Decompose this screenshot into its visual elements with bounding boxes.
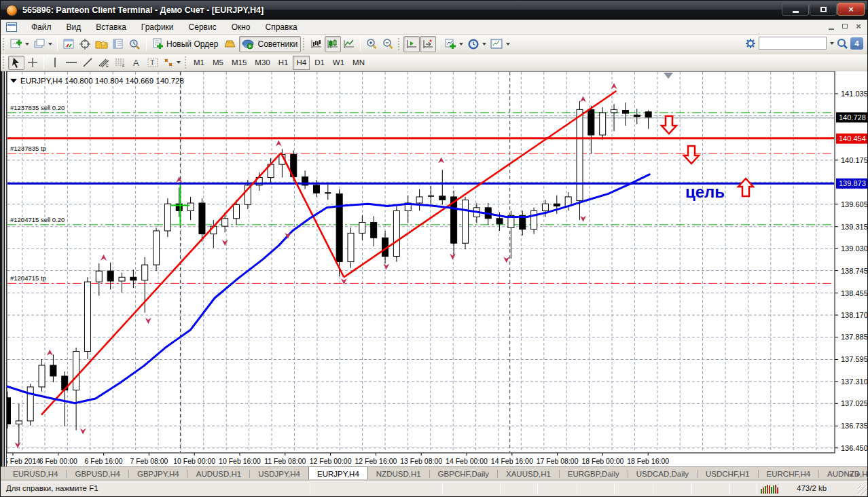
strategy-tester-button[interactable] xyxy=(126,36,143,52)
maximize-button[interactable] xyxy=(810,3,837,16)
crosshair-tool-button[interactable] xyxy=(24,56,41,70)
tab-EURGBP-Daily[interactable]: EURGBP,Daily xyxy=(560,468,628,481)
timeframe-M5[interactable]: M5 xyxy=(209,56,227,70)
status-help-text: Для справки, нажмите F1 xyxy=(6,484,98,492)
timeframe-MN[interactable]: MN xyxy=(349,56,368,70)
menu-Вставка[interactable]: Вставка xyxy=(88,20,134,34)
chart-dropdown-icon[interactable] xyxy=(10,79,17,83)
price-axis-label: 139.030 xyxy=(841,244,868,253)
tab-GBPJPY-H4[interactable]: GBPJPY,H4 xyxy=(129,468,187,481)
text-label-tool-button[interactable]: T xyxy=(145,56,161,70)
favorites-button[interactable] xyxy=(93,36,110,52)
timeframe-W1[interactable]: W1 xyxy=(329,56,348,70)
notifications-badge[interactable]: 4 xyxy=(850,37,863,50)
new-order-button[interactable]: Новый Ордер xyxy=(149,36,221,52)
search-icon[interactable] xyxy=(836,37,848,50)
price-chart[interactable]: 141.035140.728140.454140.175139.873139.6… xyxy=(1,71,868,466)
status-separator xyxy=(757,483,757,494)
chart-area[interactable]: 141.035140.728140.454140.175139.873139.6… xyxy=(1,71,868,466)
fibonacci-tool-button[interactable]: F xyxy=(112,56,128,70)
title-bar[interactable]: 565896: Panteon Client Terminal - Демо С… xyxy=(1,1,868,20)
price-axis-label: 139.605 xyxy=(841,200,868,208)
arrow-objects-icon xyxy=(163,57,174,68)
bar-chart-icon xyxy=(310,38,323,50)
tab-AUDUSD-H1[interactable]: AUDUSD,H1 xyxy=(188,468,249,481)
horizontal-line-icon xyxy=(65,57,77,68)
search-input[interactable] xyxy=(759,37,827,50)
timeframe-H1[interactable]: H1 xyxy=(275,56,292,70)
minimize-button[interactable] xyxy=(782,3,809,16)
candlestick-chart-type-button[interactable] xyxy=(325,36,341,52)
toolbar-grip[interactable] xyxy=(185,56,188,69)
child-minimize-button[interactable] xyxy=(827,22,836,31)
candle xyxy=(542,204,548,210)
timeframe-M30[interactable]: M30 xyxy=(251,56,273,70)
chart-shift-button[interactable] xyxy=(420,36,436,52)
tab-USDCAD-Daily[interactable]: USDCAD,Daily xyxy=(628,468,697,481)
expert-advisors-button[interactable]: Советники xyxy=(239,36,301,52)
menu-Сервис[interactable]: Сервис xyxy=(181,20,224,34)
timeframe-M15[interactable]: M15 xyxy=(228,56,250,70)
channel-tool-button[interactable]: E xyxy=(96,56,112,70)
menu-Файл[interactable]: Файл xyxy=(24,20,59,34)
toolbar-grip[interactable] xyxy=(303,38,306,50)
tab-GBPUSD-H4[interactable]: GBPUSD,H4 xyxy=(67,468,128,481)
status-separator xyxy=(537,483,538,494)
tab-GBPCHF-Daily[interactable]: GBPCHF,Daily xyxy=(430,468,497,481)
candle xyxy=(142,265,148,280)
bar-chart-type-button[interactable] xyxy=(308,36,325,52)
menu-Графики[interactable]: Графики xyxy=(134,20,181,34)
menu-Вид[interactable]: Вид xyxy=(59,20,89,34)
market-watch-button[interactable] xyxy=(60,36,77,52)
arrows-tool-button[interactable] xyxy=(161,56,183,70)
child-close-button[interactable]: × xyxy=(854,22,863,31)
auto-scroll-button[interactable] xyxy=(403,36,420,52)
timeframe-H4[interactable]: H4 xyxy=(293,56,310,70)
tab-USDCHF-H1[interactable]: USDCHF,H1 xyxy=(698,468,758,481)
zoom-out-button[interactable] xyxy=(380,36,396,52)
toolbar-grip[interactable] xyxy=(3,38,6,50)
chart-symbol-header[interactable]: EURJPY,H4 140.800 140.804 140.669 140.72… xyxy=(10,77,184,85)
tab-EURUSD-H4[interactable]: EURUSD,H4 xyxy=(5,468,66,481)
toolbar-grip[interactable] xyxy=(3,56,6,69)
tab-EURCHF-H4[interactable]: EURCHF,H4 xyxy=(759,468,819,481)
target-annotation[interactable]: цель xyxy=(685,183,725,201)
periods-button[interactable] xyxy=(465,36,488,52)
chart-window-icon[interactable] xyxy=(6,22,17,32)
line-chart-type-button[interactable] xyxy=(341,36,357,52)
candle xyxy=(531,210,537,229)
menu-Окно[interactable]: Окно xyxy=(224,20,258,34)
vertical-line-tool-button[interactable] xyxy=(47,56,63,70)
settings-gear-icon[interactable] xyxy=(744,37,757,50)
cursor-tool-button[interactable] xyxy=(8,56,24,70)
objects-button[interactable] xyxy=(221,36,239,52)
status-separator xyxy=(500,483,501,494)
new-chart-button[interactable] xyxy=(8,36,31,52)
tab-XAUUSD-H1[interactable]: XAUUSD,H1 xyxy=(498,468,559,481)
candle xyxy=(611,109,617,113)
horizontal-line-tool-button[interactable] xyxy=(63,56,79,70)
data-window-button[interactable] xyxy=(110,36,126,52)
text-tool-button[interactable]: A xyxy=(128,56,145,70)
tab-NZDUSD-H1[interactable]: NZDUSD,H1 xyxy=(368,468,429,481)
timeframe-M1[interactable]: M1 xyxy=(190,56,208,70)
menu-Справка[interactable]: Справка xyxy=(258,20,305,34)
zoom-in-button[interactable] xyxy=(363,36,380,52)
close-button[interactable]: × xyxy=(837,3,865,16)
tab-USDJPY-H4[interactable]: USDJPY,H4 xyxy=(250,468,308,481)
templates-button[interactable] xyxy=(488,36,512,52)
navigator-button[interactable] xyxy=(77,36,93,52)
tab-EURJPY-H4[interactable]: EURJPY,H4 xyxy=(308,466,368,481)
search-dropdown-icon[interactable] xyxy=(830,42,834,45)
status-separator xyxy=(310,483,310,494)
resize-grip[interactable] xyxy=(858,485,867,495)
indicators-button[interactable] xyxy=(442,36,465,52)
date-axis-label: 12 Feb 00:00 xyxy=(310,457,352,465)
toolbar-grip[interactable] xyxy=(398,38,401,50)
candle xyxy=(84,282,90,351)
chart-profiles-button[interactable] xyxy=(31,36,54,52)
tab-scroll-arrows[interactable]: ◂▸ xyxy=(849,470,865,479)
trendline-tool-button[interactable] xyxy=(79,56,96,70)
timeframe-D1[interactable]: D1 xyxy=(311,56,328,70)
child-restore-button[interactable] xyxy=(840,22,850,31)
